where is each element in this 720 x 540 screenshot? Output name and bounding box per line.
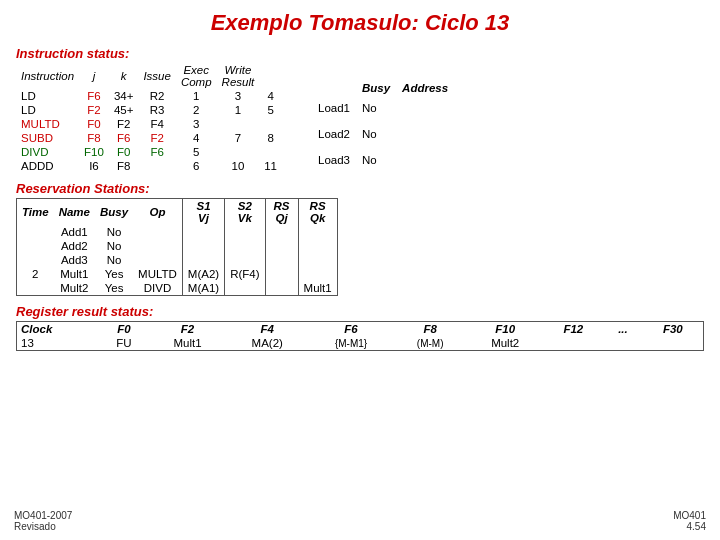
register-row: 13 FU Mult1 MA(2) {M-M1} (M-M) Mult2 (17, 336, 704, 351)
table-row: ADDD I6 F8 6 10 11 (16, 159, 282, 173)
col-issue: Issue (138, 63, 176, 89)
col-instruction: Instruction (16, 63, 79, 89)
table-row: DIVD F10 F0 F6 5 (16, 145, 282, 159)
reservation-stations-label: Reservation Stations: (16, 181, 704, 196)
table-row: LD F6 34+ R2 1 3 4 (16, 89, 282, 103)
footer-right-line2: 4.54 (673, 521, 706, 532)
footer-left: MO401-2007 Revisado (14, 510, 72, 532)
load-table: Busy Address Load1 No Load2 No (312, 81, 454, 173)
footer-right-line1: MO401 (673, 510, 706, 521)
rs-row: Add3 No (17, 253, 338, 267)
rs-row: Add1 No (17, 225, 338, 239)
load-row: Load3 No (312, 147, 454, 173)
reservation-stations-section: Reservation Stations: Time Name Busy Op … (16, 181, 704, 296)
table-row: LD F2 45+ R3 2 1 5 (16, 103, 282, 117)
rs-row: Add2 No (17, 239, 338, 253)
register-result-section: Register result status: Clock F0 F2 F4 F… (16, 304, 704, 351)
rs-row: 2 Mult1 Yes MULTD M(A2) R(F4) (17, 267, 338, 281)
instruction-status-area: Instruction j k Issue ExecComp WriteResu… (16, 63, 704, 173)
load-row: Load1 No (312, 95, 454, 121)
instruction-table: Instruction j k Issue ExecComp WriteResu… (16, 63, 282, 173)
page-title: Exemplo Tomasulo: Ciclo 13 (0, 0, 720, 42)
rs-table: Time Name Busy Op S1Vj S2Vk RSQj RSQk Ad… (16, 198, 338, 296)
instruction-status-label: Instruction status: (16, 46, 704, 61)
table-row: MULTD F0 F2 F4 3 (16, 117, 282, 131)
footer-left-line1: MO401-2007 (14, 510, 72, 521)
instruction-status-section: Instruction status: Instruction j k Issu… (16, 46, 704, 173)
table-row: SUBD F8 F6 F2 4 7 8 (16, 131, 282, 145)
register-result-label: Register result status: (16, 304, 704, 319)
col-k: k (109, 63, 139, 89)
load-row: Load2 No (312, 121, 454, 147)
register-result-table: Clock F0 F2 F4 F6 F8 F10 F12 ... F30 13 … (16, 321, 704, 351)
footer-left-line2: Revisado (14, 521, 72, 532)
col-exec: ExecComp (176, 63, 217, 89)
footer-right: MO401 4.54 (673, 510, 706, 532)
rs-row: Mult2 Yes DIVD M(A1) Mult1 (17, 281, 338, 296)
col-write: WriteResult (217, 63, 260, 89)
reservation-stations-area: Time Name Busy Op S1Vj S2Vk RSQj RSQk Ad… (16, 198, 704, 296)
col-j: j (79, 63, 109, 89)
